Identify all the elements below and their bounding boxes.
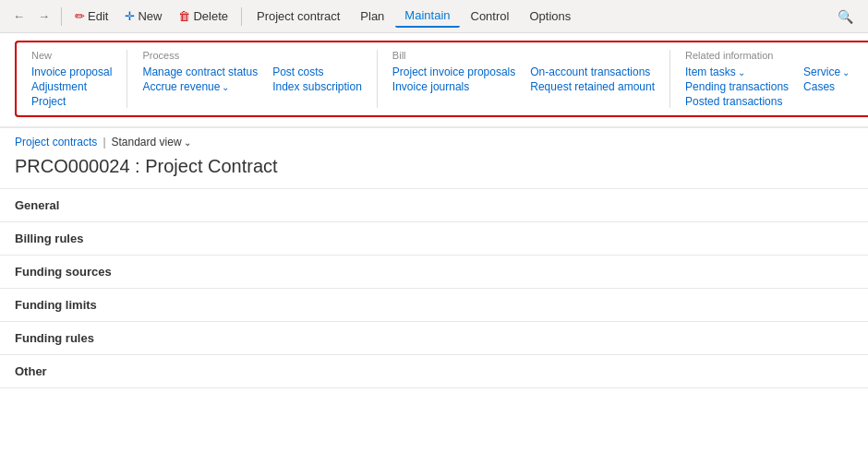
ribbon-bill-col2: On-account transactions Request retained… (530, 65, 655, 93)
edit-icon: ✏ (75, 9, 85, 23)
ribbon-new-items: Invoice proposal Adjustment Project (31, 65, 112, 108)
ribbon-item-project-invoice-proposals[interactable]: Project invoice proposals (392, 65, 515, 78)
ribbon-item-post-costs[interactable]: Post costs (272, 65, 362, 78)
forward-button[interactable]: → (32, 6, 55, 27)
ribbon-bill-title: Bill (392, 50, 655, 61)
ribbon-item-service[interactable]: Service ⌄ (803, 65, 850, 78)
section-billing-rules[interactable]: Billing rules (0, 221, 868, 255)
ribbon-group-new: New Invoice proposal Adjustment Project (28, 50, 127, 108)
ribbon-process-columns: Manage contract status Accrue revenue ⌄ … (142, 65, 361, 93)
back-button[interactable]: ← (7, 6, 30, 27)
breadcrumb-separator: | (102, 136, 105, 149)
ribbon-item-posted-transactions[interactable]: Posted transactions (685, 95, 789, 108)
service-chevron: ⌄ (842, 67, 850, 77)
ribbon-process-title: Process (142, 50, 361, 61)
ribbon-bill-columns: Project invoice proposals Invoice journa… (392, 65, 655, 93)
ribbon-item-project[interactable]: Project (31, 95, 112, 108)
ribbon-process-col1: Manage contract status Accrue revenue ⌄ (142, 65, 258, 93)
breadcrumb-view-chevron: ⌄ (184, 137, 191, 148)
breadcrumb-view-label: Standard view (112, 136, 182, 149)
toolbar: ← → ✏ Edit ✛ New 🗑 Delete Project contra… (0, 0, 868, 33)
section-list: General Billing rules Funding sources Fu… (0, 188, 868, 388)
section-funding-limits[interactable]: Funding limits (0, 288, 868, 321)
ribbon-item-invoice-journals[interactable]: Invoice journals (392, 80, 515, 93)
ribbon-group-process: Process Manage contract status Accrue re… (127, 50, 377, 108)
ribbon-item-pending-transactions[interactable]: Pending transactions (685, 80, 789, 93)
accrue-chevron: ⌄ (222, 82, 229, 92)
ribbon-item-on-account-transactions[interactable]: On-account transactions (530, 65, 655, 78)
ribbon-item-manage-contract[interactable]: Manage contract status (142, 65, 258, 78)
ribbon-item-invoice-proposal[interactable]: Invoice proposal (31, 65, 112, 78)
delete-icon: 🗑 (178, 9, 190, 23)
breadcrumb-link[interactable]: Project contracts (15, 136, 97, 149)
plan-menu[interactable]: Plan (351, 6, 393, 27)
toolbar-separator-2 (241, 7, 242, 26)
control-menu[interactable]: Control (462, 6, 519, 27)
ribbon-item-cases[interactable]: Cases (803, 80, 850, 93)
section-general[interactable]: General (0, 188, 868, 221)
maintain-menu[interactable]: Maintain (395, 5, 459, 28)
item-tasks-chevron: ⌄ (738, 67, 745, 77)
toolbar-separator-1 (61, 7, 62, 26)
ribbon-related-title: Related information (685, 50, 850, 61)
new-button[interactable]: ✛ New (117, 6, 169, 27)
section-funding-rules[interactable]: Funding rules (0, 321, 868, 354)
ribbon-item-index-subscription[interactable]: Index subscription (272, 80, 362, 93)
edit-button[interactable]: ✏ Edit (67, 6, 115, 27)
ribbon-inner: New Invoice proposal Adjustment Project … (15, 41, 868, 117)
project-contract-menu[interactable]: Project contract (247, 6, 349, 27)
ribbon: New Invoice proposal Adjustment Project … (0, 33, 868, 128)
search-button[interactable]: 🔍 (830, 6, 861, 28)
ribbon-item-adjustment[interactable]: Adjustment (31, 80, 112, 93)
ribbon-related-col2: Service ⌄ Cases (803, 65, 850, 108)
ribbon-process-col2: Post costs Index subscription (272, 65, 362, 93)
ribbon-item-item-tasks[interactable]: Item tasks ⌄ (685, 65, 789, 78)
ribbon-group-bill: Bill Project invoice proposals Invoice j… (378, 50, 670, 108)
page-title: PRCO000024 : Project Contract (0, 152, 868, 188)
ribbon-new-title: New (31, 50, 112, 61)
breadcrumb-bar: Project contracts | Standard view ⌄ (0, 128, 868, 152)
ribbon-item-request-retained-amount[interactable]: Request retained amount (530, 80, 655, 93)
ribbon-related-columns: Item tasks ⌄ Pending transactions Posted… (685, 65, 850, 108)
breadcrumb-view-selector[interactable]: Standard view ⌄ (112, 136, 191, 149)
ribbon-item-accrue-revenue[interactable]: Accrue revenue ⌄ (142, 80, 258, 93)
section-other[interactable]: Other (0, 354, 868, 388)
ribbon-bill-col1: Project invoice proposals Invoice journa… (392, 65, 515, 93)
delete-button[interactable]: 🗑 Delete (171, 6, 235, 27)
new-icon: ✛ (125, 9, 135, 23)
section-funding-sources[interactable]: Funding sources (0, 255, 868, 288)
options-menu[interactable]: Options (520, 6, 580, 27)
ribbon-group-related: Related information Item tasks ⌄ Pending… (670, 50, 864, 108)
ribbon-related-col1: Item tasks ⌄ Pending transactions Posted… (685, 65, 789, 108)
search-icon: 🔍 (838, 9, 853, 24)
